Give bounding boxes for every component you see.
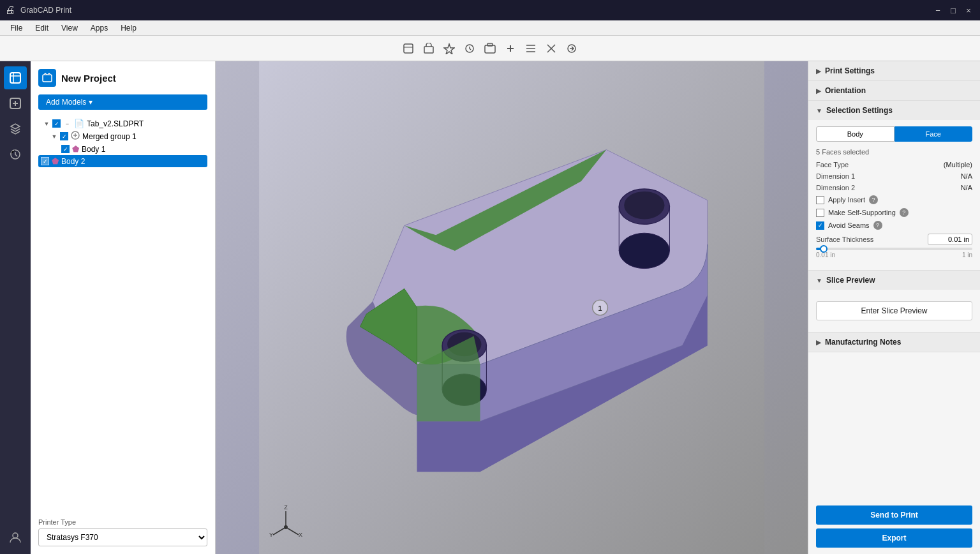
sidebar-icon-user[interactable] xyxy=(4,526,27,549)
printer-select[interactable]: Stratasys F370 xyxy=(38,528,207,546)
surface-thickness-input[interactable] xyxy=(928,234,972,245)
thickness-slider-container: 0.01 in 1 in xyxy=(816,248,972,258)
tree-partial-icon xyxy=(63,119,71,128)
face-type-row: Face Type (Multiple) xyxy=(816,161,972,168)
sidebar-icon-layers[interactable] xyxy=(4,117,27,140)
svg-text:Y: Y xyxy=(269,532,273,538)
export-button[interactable]: Export xyxy=(816,528,972,548)
bottom-buttons: Send to Print Export xyxy=(808,499,980,554)
add-models-button[interactable]: Add Models ▾ xyxy=(38,94,207,110)
sidebar-icon-history[interactable] xyxy=(4,143,27,166)
tree-checkbox-file[interactable] xyxy=(52,119,61,128)
toolbar-btn-4[interactable] xyxy=(461,40,479,57)
menu-view[interactable]: View xyxy=(56,22,83,34)
apply-insert-info-icon[interactable]: ? xyxy=(869,195,878,204)
manufacturing-notes-header[interactable]: ▶ Manufacturing Notes xyxy=(808,333,980,352)
orientation-chevron-icon: ▶ xyxy=(816,87,821,94)
face-type-label: Face Type xyxy=(816,161,849,168)
project-title: New Project xyxy=(61,73,116,84)
dimension2-row: Dimension 2 N/A xyxy=(816,184,972,191)
svg-rect-10 xyxy=(43,75,52,82)
file-tree: ▼ 📄 Tab_v2.SLDPRT ▼ Merged group 1 ⬟ Bod… xyxy=(38,117,207,167)
axis-indicator: Z X Y xyxy=(267,502,305,541)
send-to-print-button[interactable]: Send to Print xyxy=(816,505,972,525)
svg-rect-3 xyxy=(485,45,495,53)
print-settings-header[interactable]: ▶ Print Settings xyxy=(808,61,980,80)
selection-settings-body: Body Face 5 Faces selected Face Type (Mu… xyxy=(808,120,980,270)
tree-checkbox-body1[interactable] xyxy=(61,145,70,153)
viewport[interactable]: 1 Z X Y xyxy=(216,61,808,554)
tree-item-file[interactable]: ▼ 📄 Tab_v2.SLDPRT xyxy=(38,117,207,130)
merge-icon xyxy=(71,131,80,142)
toolbar-btn-7[interactable] xyxy=(522,40,540,57)
orientation-label: Orientation xyxy=(825,86,866,95)
file-icon: 📄 xyxy=(74,119,84,128)
slice-preview-header[interactable]: ▼ Slice Preview xyxy=(808,271,980,290)
slider-max-label: 1 in xyxy=(962,251,972,258)
sidebar-icon-add[interactable] xyxy=(4,92,27,115)
enter-slice-preview-button[interactable]: Enter Slice Preview xyxy=(816,301,972,320)
toolbar-btn-8[interactable] xyxy=(542,40,560,57)
tree-checkbox-merged[interactable] xyxy=(60,132,68,140)
project-header: New Project xyxy=(38,69,207,87)
svg-text:1: 1 xyxy=(598,304,602,312)
selection-settings-section: ▼ Selection Settings Body Face 5 Faces s… xyxy=(808,101,980,271)
toolbar-btn-1[interactable] xyxy=(399,40,417,57)
manufacturing-notes-section: ▶ Manufacturing Notes xyxy=(808,333,980,352)
menu-edit[interactable]: Edit xyxy=(30,22,54,34)
menu-apps[interactable]: Apps xyxy=(85,22,113,34)
expand-icon: ▼ xyxy=(51,133,57,140)
tree-item-body1[interactable]: ⬟ Body 1 xyxy=(38,143,207,155)
avoid-seams-row: Avoid Seams ? xyxy=(816,221,972,230)
left-sidebar xyxy=(0,61,31,554)
face-toggle-button[interactable]: Face xyxy=(895,126,973,142)
menu-help[interactable]: Help xyxy=(115,22,142,34)
avoid-seams-label: Avoid Seams xyxy=(828,221,870,229)
toolbar-btn-6[interactable] xyxy=(501,40,519,57)
body-face-toggle: Body Face xyxy=(816,126,972,142)
app-logo-icon: 🖨 xyxy=(5,4,15,16)
toolbar-btn-3[interactable] xyxy=(440,40,458,57)
body-toggle-button[interactable]: Body xyxy=(816,126,895,142)
maximize-button[interactable]: □ xyxy=(947,4,960,17)
titlebar-controls: − □ × xyxy=(932,4,975,17)
print-settings-label: Print Settings xyxy=(825,66,875,75)
tree-item-body2[interactable]: ⬟ Body 2 xyxy=(38,155,207,167)
face-type-value: (Multiple) xyxy=(944,161,972,168)
svg-line-25 xyxy=(273,527,286,535)
tree-label-body2: Body 2 xyxy=(61,157,85,166)
dimension2-label: Dimension 2 xyxy=(816,184,855,191)
toolbar xyxy=(0,36,980,61)
avoid-seams-checkbox[interactable] xyxy=(816,221,824,230)
surface-thickness-label: Surface Thickness xyxy=(816,236,873,243)
avoid-seams-info-icon[interactable]: ? xyxy=(873,221,882,230)
toolbar-btn-2[interactable] xyxy=(420,40,438,57)
slider-min-label: 0.01 in xyxy=(816,251,835,258)
close-button[interactable]: × xyxy=(962,4,975,17)
tree-item-merged[interactable]: ▼ Merged group 1 xyxy=(38,130,207,143)
svg-text:X: X xyxy=(299,532,302,538)
slice-preview-chevron-icon: ▼ xyxy=(816,277,822,284)
toolbar-btn-5[interactable] xyxy=(481,40,499,57)
thickness-slider-thumb[interactable] xyxy=(820,245,828,253)
printer-label: Printer Type xyxy=(38,518,207,526)
orientation-header[interactable]: ▶ Orientation xyxy=(808,81,980,100)
minimize-button[interactable]: − xyxy=(932,4,944,17)
tree-label-merged: Merged group 1 xyxy=(82,132,137,141)
tree-checkbox-body2[interactable] xyxy=(41,157,49,165)
make-self-supporting-info-icon[interactable]: ? xyxy=(900,208,909,217)
apply-insert-row: Apply Insert ? xyxy=(816,195,972,204)
expand-icon: ▼ xyxy=(43,121,50,127)
menu-file[interactable]: File xyxy=(5,22,27,34)
svg-rect-0 xyxy=(404,44,413,53)
slice-preview-section: ▼ Slice Preview Enter Slice Preview xyxy=(808,271,980,333)
apply-insert-checkbox[interactable] xyxy=(816,196,824,204)
slice-preview-body: Enter Slice Preview xyxy=(808,290,980,332)
toolbar-btn-9[interactable] xyxy=(563,40,581,57)
thickness-slider-track[interactable] xyxy=(816,248,972,250)
selection-settings-header[interactable]: ▼ Selection Settings xyxy=(808,101,980,120)
tree-label-body1: Body 1 xyxy=(82,145,105,154)
make-self-supporting-checkbox[interactable] xyxy=(816,209,824,217)
svg-rect-1 xyxy=(424,47,433,53)
sidebar-icon-cube[interactable] xyxy=(4,66,27,89)
